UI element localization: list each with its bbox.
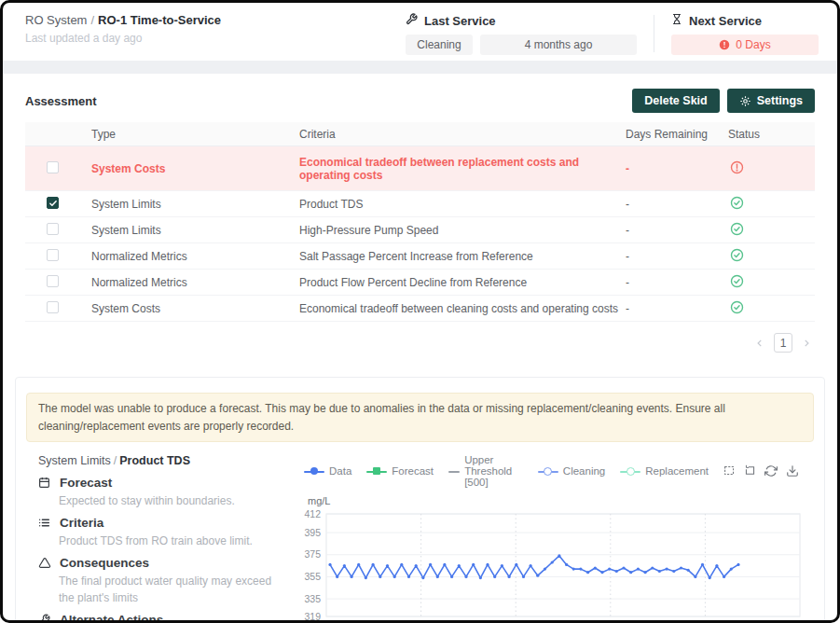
svg-text:412: 412 xyxy=(304,508,321,519)
row-checkbox[interactable] xyxy=(47,249,59,261)
criterion-detail-pane: System Limits/Product TDS Forecast Expec… xyxy=(26,452,295,623)
table-row[interactable]: Normalized Metrics Salt Passage Percent … xyxy=(25,243,815,270)
section-divider-band xyxy=(3,61,837,74)
detail-section: Forecast Expected to stay within boundar… xyxy=(38,476,285,509)
table-row[interactable]: System Costs Economical tradeoff between… xyxy=(25,146,815,191)
last-service-when-chip: 4 months ago xyxy=(480,35,637,55)
assessment-table: Type Criteria Days Remaining Status Syst… xyxy=(25,122,815,322)
delete-skid-button[interactable]: Delete Skid xyxy=(632,89,719,113)
row-days-remaining: - xyxy=(626,220,728,241)
svg-text:355: 355 xyxy=(304,571,321,582)
row-criteria: Economical tradeoff between cleaning cos… xyxy=(299,298,626,319)
table-row[interactable]: System Costs Economical tradeoff between… xyxy=(25,296,815,322)
legend-marker-icon xyxy=(304,466,324,476)
zoom-select-icon[interactable] xyxy=(723,464,736,478)
breadcrumb-separator: / xyxy=(90,13,94,27)
svg-text:00:00:00: 00:00:00 xyxy=(308,619,346,623)
row-days-remaining: - xyxy=(626,246,728,267)
hourglass-icon xyxy=(671,13,682,28)
row-type: Normalized Metrics xyxy=(91,246,299,267)
status-ok-icon xyxy=(728,244,815,269)
row-type: System Limits xyxy=(91,220,299,241)
legend-marker-icon xyxy=(538,466,558,476)
row-criteria: High-Pressure Pump Speed xyxy=(299,220,626,241)
legend-item-upper-threshold-500-[interactable]: Upper Threshold [500] xyxy=(448,454,523,488)
row-checkbox[interactable] xyxy=(47,197,59,209)
row-criteria: Economical tradeoff between replacement … xyxy=(299,152,626,186)
list-icon xyxy=(38,517,52,529)
svg-text:395: 395 xyxy=(304,527,321,538)
last-service-type-chip: Cleaning xyxy=(406,35,473,55)
assessment-section: Assessment Delete Skid Settings Type Cri… xyxy=(3,89,837,366)
divider xyxy=(654,15,654,52)
table-header-row: Type Criteria Days Remaining Status xyxy=(25,122,815,146)
svg-text:08:00:00: 08:00:00 xyxy=(591,619,629,623)
section-title: Consequences xyxy=(60,556,149,570)
row-checkbox[interactable] xyxy=(47,161,59,173)
section-title: Alternate Actions xyxy=(60,613,163,623)
row-days-remaining: - xyxy=(626,298,728,319)
table-row[interactable]: Normalized Metrics Product Flow Percent … xyxy=(25,270,815,296)
next-service-value: 0 Days xyxy=(736,38,770,51)
y-axis-unit: mg/L xyxy=(308,495,814,506)
svg-text:08:00:00: 08:00:00 xyxy=(686,619,724,623)
section-title: Forecast xyxy=(60,476,112,490)
next-service-group: Next Service 0 Days xyxy=(671,13,819,55)
detail-section: Consequences The final product water qua… xyxy=(38,556,285,606)
tds-line-chart[interactable]: 41239537535533531900:00:002023-02-1608:0… xyxy=(295,506,814,623)
status-ok-icon xyxy=(728,218,815,242)
next-page-icon[interactable] xyxy=(802,339,811,348)
next-service-chip: 0 Days xyxy=(671,35,819,55)
legend-item-forecast[interactable]: Forecast xyxy=(366,465,434,477)
zoom-reset-icon[interactable] xyxy=(744,464,756,478)
warning-icon xyxy=(38,557,52,569)
forecast-warning-banner: The model was unable to produce a foreca… xyxy=(26,393,814,442)
row-checkbox[interactable] xyxy=(47,223,59,235)
wrench-icon xyxy=(406,13,418,28)
download-icon[interactable] xyxy=(786,464,799,478)
detail-section: Alternate Actions Increasing product flo… xyxy=(38,613,285,623)
last-service-group: Last Service Cleaning 4 months ago xyxy=(406,13,637,55)
prev-page-icon[interactable] xyxy=(755,339,764,348)
page-title: RO-1 Time-to-Service xyxy=(98,13,221,27)
next-service-label: Next Service xyxy=(689,14,762,28)
alert-circle-icon xyxy=(719,39,730,50)
row-days-remaining: - xyxy=(626,272,728,293)
ro-dashboard-window: RO System/RO-1 Time-to-Service Last upda… xyxy=(0,0,840,623)
status-ok-icon xyxy=(728,297,815,321)
status-alert-icon xyxy=(728,157,815,181)
section-body: Product TDS from RO train above limit. xyxy=(59,533,285,549)
legend-item-cleaning[interactable]: Cleaning xyxy=(538,465,605,477)
col-days-remaining: Days Remaining xyxy=(626,124,728,145)
row-checkbox[interactable] xyxy=(47,301,59,313)
section-title: Criteria xyxy=(60,516,103,530)
section-body: Expected to stay within boundaries. xyxy=(59,492,285,509)
status-ok-icon xyxy=(728,192,815,216)
legend-item-replacement[interactable]: Replacement xyxy=(620,465,709,477)
detail-breadcrumb: System Limits/Product TDS xyxy=(38,454,285,467)
row-checkbox[interactable] xyxy=(47,275,59,287)
table-row[interactable]: System Limits Product TDS - xyxy=(25,191,815,217)
wrench-icon xyxy=(38,614,52,623)
row-days-remaining: - xyxy=(626,159,728,179)
page-number-button[interactable]: 1 xyxy=(774,333,792,353)
tds-chart-pane: DataForecastUpper Threshold [500]Cleanin… xyxy=(295,452,814,623)
chart-legend: DataForecastUpper Threshold [500]Cleanin… xyxy=(295,452,814,488)
col-status: Status xyxy=(728,124,815,145)
legend-marker-icon xyxy=(366,466,387,476)
legend-item-data[interactable]: Data xyxy=(304,465,351,477)
table-row[interactable]: System Limits High-Pressure Pump Speed - xyxy=(25,217,815,243)
restore-icon[interactable] xyxy=(764,464,778,478)
last-updated-text: Last updated a day ago xyxy=(25,32,221,45)
legend-marker-icon xyxy=(448,466,460,476)
row-type: Normalized Metrics xyxy=(91,272,299,293)
detail-section: Criteria Product TDS from RO train above… xyxy=(38,516,285,549)
row-criteria: Product Flow Percent Decline from Refere… xyxy=(299,272,626,293)
section-body: The final product water quality may exce… xyxy=(59,573,285,606)
settings-button[interactable]: Settings xyxy=(727,89,815,113)
breadcrumb-parent[interactable]: RO System xyxy=(25,13,87,27)
row-criteria: Product TDS xyxy=(299,194,626,215)
calendar-icon xyxy=(38,477,52,489)
status-ok-icon xyxy=(728,270,815,295)
row-type: System Costs xyxy=(91,298,299,319)
